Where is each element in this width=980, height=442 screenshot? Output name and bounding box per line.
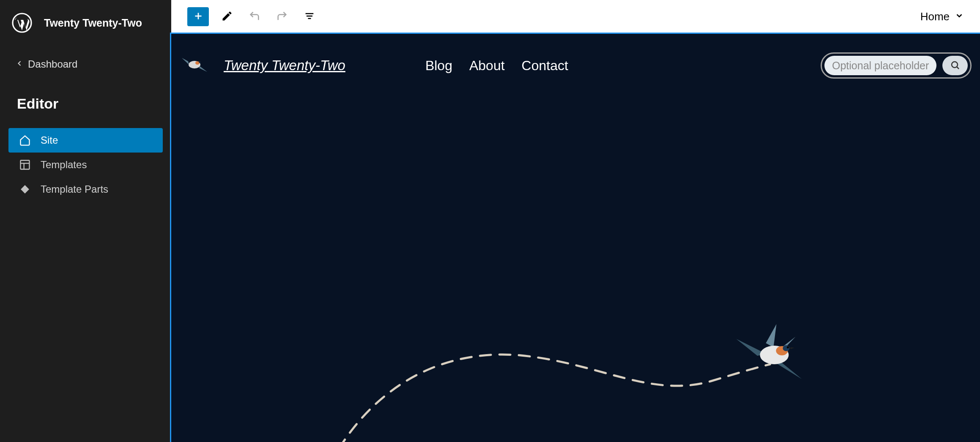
nav-item-label: Template Parts — [41, 183, 108, 195]
editor-nav: Site Templates Template Parts — [0, 128, 171, 202]
sidebar-header: Twenty Twenty-Two — [0, 8, 171, 46]
svg-point-12 — [199, 61, 200, 63]
template-dropdown-label: Home — [920, 10, 950, 23]
toolbar-left — [187, 7, 319, 26]
chevron-left-icon — [15, 58, 24, 70]
undo-button[interactable] — [245, 7, 264, 26]
nav-link-about[interactable]: About — [469, 58, 505, 74]
list-view-button[interactable] — [300, 7, 319, 26]
list-view-icon — [304, 10, 315, 23]
search-submit-button[interactable] — [942, 56, 968, 75]
site-header-block: Twenty Twenty-Two Blog About Contact — [171, 34, 980, 79]
add-block-button[interactable] — [187, 7, 209, 26]
svg-point-18 — [787, 347, 789, 349]
svg-point-17 — [783, 345, 790, 351]
redo-button[interactable] — [272, 7, 291, 26]
editor-main: Home Twenty Twenty-Two Blog About Contac… — [171, 0, 980, 442]
editor-sidebar: Twenty Twenty-Two Dashboard Editor Site … — [0, 0, 171, 442]
back-link-label: Dashboard — [28, 58, 77, 70]
wordpress-logo-icon[interactable] — [12, 13, 32, 33]
svg-point-13 — [952, 62, 958, 68]
editor-heading: Editor — [0, 83, 171, 128]
search-input[interactable] — [824, 56, 936, 75]
layout-icon — [19, 158, 31, 171]
navigation-block: Blog About Contact — [425, 58, 568, 74]
editor-toolbar: Home — [171, 0, 980, 34]
hero-image-block[interactable] — [171, 297, 980, 442]
svg-line-14 — [957, 67, 959, 69]
nav-item-template-parts[interactable]: Template Parts — [8, 177, 163, 202]
nav-item-label: Site — [41, 134, 58, 146]
svg-rect-4 — [21, 185, 29, 194]
back-to-dashboard-link[interactable]: Dashboard — [0, 46, 171, 83]
redo-icon — [276, 10, 288, 23]
nav-item-label: Templates — [41, 159, 87, 171]
svg-marker-19 — [791, 347, 795, 349]
template-dropdown[interactable]: Home — [920, 10, 964, 23]
edit-tool-button[interactable] — [217, 7, 236, 26]
search-icon — [950, 60, 960, 71]
home-icon — [19, 134, 31, 147]
nav-link-blog[interactable]: Blog — [425, 58, 452, 74]
plus-icon — [193, 11, 204, 23]
nav-link-contact[interactable]: Contact — [522, 58, 568, 74]
editor-canvas[interactable]: Twenty Twenty-Two Blog About Contact — [171, 34, 980, 442]
site-title-block[interactable]: Twenty Twenty-Two — [224, 57, 345, 74]
nav-item-site[interactable]: Site — [8, 128, 163, 153]
site-logo-icon[interactable] — [180, 53, 209, 78]
diamond-icon — [19, 183, 31, 196]
nav-item-templates[interactable]: Templates — [8, 153, 163, 177]
svg-rect-1 — [21, 161, 30, 169]
site-name: Twenty Twenty-Two — [44, 17, 142, 29]
chevron-down-icon — [955, 10, 964, 23]
undo-icon — [249, 10, 260, 23]
search-block[interactable] — [821, 52, 972, 79]
pencil-icon — [221, 10, 233, 23]
